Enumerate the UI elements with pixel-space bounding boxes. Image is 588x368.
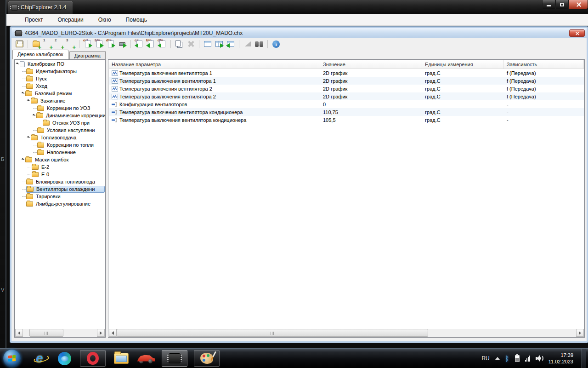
scroll-left-button[interactable] [15,329,23,337]
import-cs-button[interactable]: cs [134,39,144,49]
tree-item[interactable]: Хход [15,82,105,90]
scroll-thumb[interactable] [117,329,428,337]
folder-icon [25,157,32,162]
scroll-track[interactable] [117,329,576,337]
copy-button[interactable] [174,39,184,49]
table-row[interactable]: Температура выключения вентилятора конди… [109,116,584,124]
language-indicator[interactable]: RU [481,355,489,362]
tab-diagram[interactable]: Диаграмма [69,51,106,59]
menu-project[interactable]: Проект [19,15,49,24]
show-desktop-button[interactable] [582,349,586,368]
add-project-button[interactable]: + [31,39,41,49]
expand-arrow-icon[interactable] [21,92,24,95]
chart-button[interactable] [243,39,253,49]
menu-window[interactable]: Окно [93,15,117,24]
column-header-dependency[interactable]: Зависимость [504,60,584,69]
tree-item[interactable]: Тарировки [15,193,105,200]
taskbar-paint[interactable] [194,350,220,367]
network-signal-icon[interactable] [525,355,530,362]
tree-item[interactable]: Отскок УОЗ при [15,119,105,126]
minimize-button[interactable] [542,0,555,9]
column-header-name[interactable]: Название параметра [109,60,320,69]
merge-button[interactable] [186,39,196,49]
tree-item-label: Вентиляторы охлаждени [35,186,96,192]
export-dta-button[interactable]: dta [106,39,116,49]
add-slot2-button[interactable]: 2+ [54,39,64,49]
hidden-icons-arrow[interactable] [495,357,500,360]
scroll-left-button[interactable] [109,329,117,337]
tree-item-label: Отскок УОЗ при [51,120,90,126]
expand-arrow-icon[interactable] [21,158,24,161]
maximize-button[interactable] [555,0,569,9]
tree-item[interactable]: Лямбда-регулирование [15,200,105,207]
tree-item[interactable]: Базовый режим [15,90,105,97]
close-button[interactable] [569,0,588,9]
tree-item[interactable]: Пуск [15,75,105,82]
export-device-button[interactable] [117,39,127,49]
tree-item[interactable]: Калибровки ПО [15,60,105,68]
table-row[interactable]: Температура выключения вентилятора 12D г… [109,77,584,85]
tree-item[interactable]: Маски ошибок [15,156,105,163]
main-titlebar[interactable]: ChipExplorer 2.1.4 [6,0,588,14]
tree-item[interactable]: Условия наступлени [15,126,105,134]
taskbar-chipexplorer[interactable] [162,350,187,367]
scroll-track[interactable] [23,329,97,337]
taskbar-edge[interactable] [55,350,74,367]
table-row[interactable]: Температура включения вентилятора кондиц… [109,108,584,116]
search-button[interactable] [254,39,264,49]
column-header-value[interactable]: Значение [320,60,422,69]
tab-calibration-tree[interactable]: Дерево калибровок [12,50,68,59]
taskbar-car-app[interactable] [137,350,155,367]
table-view-button[interactable] [203,39,213,49]
table-row[interactable]: Конфигурация вентиляторов0- [109,100,584,108]
tree-item[interactable]: E-0 [15,171,105,178]
volume-icon[interactable] [536,355,543,362]
column-header-units[interactable]: Единицы измерения [422,60,504,69]
taskbar-internet-explorer[interactable]: e [30,350,49,367]
parameter-name: Температура выключения вентилятора 1 [119,78,216,84]
start-button[interactable] [3,350,21,367]
taskbar-opera[interactable] [80,350,106,367]
battery-icon[interactable] [515,355,520,362]
table-horizontal-scrollbar[interactable] [109,329,584,337]
export-ori-button[interactable]: ori [83,39,93,49]
tree-item[interactable]: Динамические коррекции [15,112,105,119]
table-row[interactable]: Температура выключения вентилятора 22D г… [109,92,584,100]
tree-item[interactable]: Блокировка топливопода [15,178,105,185]
add-slot3-button[interactable]: 3+ [66,39,76,49]
scroll-right-button[interactable] [576,329,584,337]
import-bin-button[interactable]: bin [146,39,156,49]
expand-arrow-icon[interactable] [32,114,35,117]
plus-icon: + [72,45,76,50]
tree-item[interactable]: Вентиляторы охлаждени [15,185,105,193]
tree-item[interactable]: Наполнение [15,149,105,156]
import-dta-button[interactable]: dta [157,39,167,49]
tree-horizontal-scrollbar[interactable] [15,329,105,337]
add-slot1-button[interactable]: 1+ [43,39,53,49]
save-button[interactable] [14,39,24,49]
tree-item[interactable]: Коррекции по топли [15,141,105,149]
tree-item[interactable]: Идентификаторы [15,68,105,75]
table-row[interactable]: Температура включения вентилятора 22D гр… [109,85,584,92]
taskbar-clock[interactable]: 17:39 11.02.2023 [548,352,576,365]
expand-arrow-icon[interactable] [27,99,30,102]
document-titlebar[interactable]: 4G64_MADO_EURO-2Stok - C:\Program Files\… [11,28,587,38]
tree-item[interactable]: Коррекции по УОЗ [15,104,105,112]
document-close-button[interactable] [569,29,585,37]
table-row[interactable]: Температура включения вентилятора 12D гр… [109,69,584,77]
table-import-button[interactable] [226,39,236,49]
menu-operations[interactable]: Операции [52,15,89,24]
menu-help[interactable]: Помощь [120,15,153,24]
expand-arrow-icon[interactable] [27,136,30,139]
expand-arrow-icon[interactable] [16,62,19,65]
tree-item[interactable]: E-2 [15,163,105,171]
bluetooth-icon[interactable]: ᛒ [505,355,509,362]
tree-item[interactable]: Топливоподача [15,134,105,141]
table-export-button[interactable] [214,39,224,49]
export-bin-button[interactable]: bin [94,39,104,49]
taskbar-file-explorer[interactable] [112,350,130,367]
tree-item[interactable]: Зажигание [15,97,105,104]
scroll-right-button[interactable] [97,329,105,337]
scroll-thumb[interactable] [29,329,63,337]
info-button[interactable]: i [271,39,281,49]
